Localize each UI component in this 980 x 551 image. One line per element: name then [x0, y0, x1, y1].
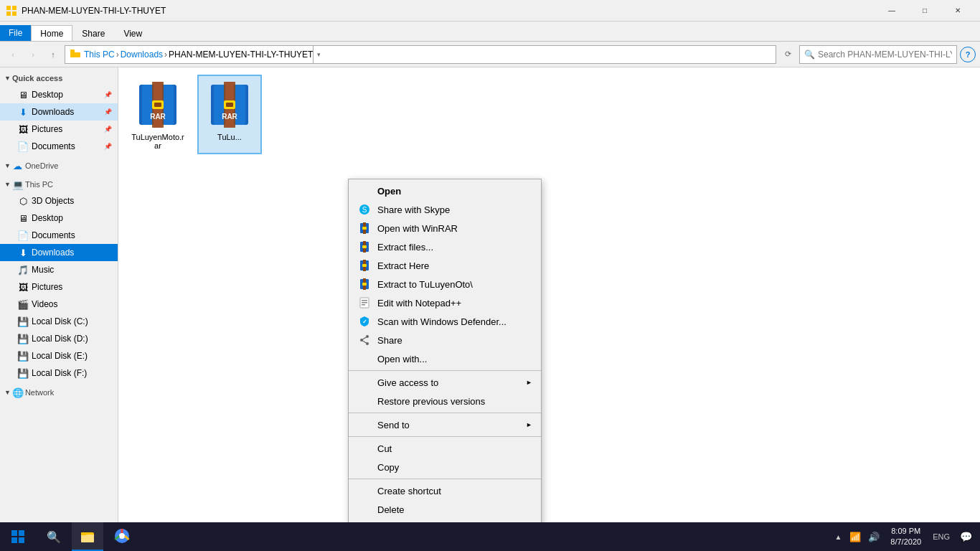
system-clock[interactable]: 8:09 PM 8/7/2020: [885, 526, 927, 548]
up-button[interactable]: ↑: [44, 46, 62, 63]
ctx-share-label: Share: [377, 335, 402, 346]
shortcut-icon: [357, 485, 372, 496]
sidebar-item-local-e[interactable]: 💾 Local Disk (E:): [0, 347, 118, 364]
close-button[interactable]: ✕: [941, 0, 974, 22]
path-dropdown-arrow[interactable]: ▾: [313, 45, 324, 64]
ctx-copy[interactable]: Copy: [349, 458, 541, 476]
context-menu: Open S Share with Skype Open with WinRAR: [348, 179, 542, 551]
ctx-extract-here[interactable]: Extract Here: [349, 256, 541, 275]
address-bar: ‹ › ↑ This PC › Downloads › PHAN-MEM-LUY…: [0, 42, 980, 67]
desktop-icon: 🖥: [17, 89, 29, 100]
ctx-cut[interactable]: Cut: [349, 439, 541, 458]
ctx-create-shortcut[interactable]: Create shortcut: [349, 481, 541, 500]
sidebar-item-documents-pc[interactable]: 📄 Documents: [0, 227, 118, 244]
ctx-open-with-label: Open with...: [377, 354, 427, 364]
downloads-icon: ⬇: [17, 106, 29, 118]
svg-rect-36: [362, 302, 367, 303]
ctx-restore-label: Restore previous versions: [377, 396, 485, 407]
openwith-icon: [357, 353, 372, 364]
expand-icon-od: ▼: [4, 162, 11, 169]
tab-view[interactable]: View: [114, 25, 151, 41]
sidebar-item-downloads-pc[interactable]: ⬇ Downloads: [0, 244, 118, 261]
svg-rect-37: [362, 304, 365, 306]
language-indicator[interactable]: ENG: [930, 532, 953, 541]
tab-file[interactable]: File: [0, 25, 31, 41]
ctx-arrow-give: ►: [526, 379, 532, 386]
onedrive-header[interactable]: ▼ ☁ OneDrive: [0, 158, 118, 174]
ctx-open-winrar[interactable]: Open with WinRAR: [349, 219, 541, 237]
forward-button[interactable]: ›: [24, 46, 42, 63]
clock-date: 8/7/2020: [890, 537, 921, 547]
refresh-button[interactable]: ⟳: [779, 46, 796, 63]
svg-rect-0: [6, 6, 11, 10]
sidebar-item-pictures[interactable]: 🖼 Pictures 📌: [0, 121, 118, 138]
ctx-scan-defender[interactable]: ✓ Scan with Windows Defender...: [349, 312, 541, 331]
path-sep-2: ›: [164, 50, 167, 60]
network-tray-icon[interactable]: 📶: [847, 532, 863, 542]
path-this-pc[interactable]: This PC: [84, 50, 115, 60]
expand-icon-net: ▼: [4, 389, 11, 396]
sidebar-item-videos[interactable]: 🎬 Videos: [0, 296, 118, 313]
system-tray-chevron[interactable]: ▲: [831, 533, 844, 541]
help-button[interactable]: ?: [960, 47, 976, 62]
ctx-give-access[interactable]: Give access to ►: [349, 373, 541, 392]
taskbar-app-chrome[interactable]: [106, 522, 138, 551]
ctx-open-with[interactable]: Open with...: [349, 349, 541, 368]
cut-icon: [357, 443, 372, 454]
sidebar-item-pictures-pc[interactable]: 🖼 Pictures: [0, 278, 118, 296]
ctx-arrow-send: ►: [526, 421, 532, 428]
back-button[interactable]: ‹: [4, 46, 22, 63]
svg-line-42: [362, 336, 367, 340]
file-item-1[interactable]: RAR TuLuyenMoto.rar: [126, 75, 190, 154]
sidebar-item-local-d[interactable]: 💾 Local Disk (D:): [0, 330, 118, 347]
sidebar-item-downloads[interactable]: ⬇ Downloads 📌: [0, 103, 118, 121]
ctx-open[interactable]: Open: [349, 182, 541, 200]
tab-share[interactable]: Share: [72, 25, 114, 41]
ctx-share-skype[interactable]: S Share with Skype: [349, 200, 541, 219]
clock-time: 8:09 PM: [890, 526, 921, 537]
ctx-share[interactable]: Share: [349, 331, 541, 349]
sidebar-item-local-f[interactable]: 💾 Local Disk (F:): [0, 364, 118, 382]
address-path[interactable]: This PC › Downloads › PHAN-MEM-LUYEN-THI…: [65, 45, 776, 64]
expand-icon-pc: ▼: [4, 181, 11, 188]
ctx-create-shortcut-label: Create shortcut: [377, 486, 441, 496]
ctx-extract-to[interactable]: Extract to TuLuyenOto\: [349, 275, 541, 293]
svg-point-58: [119, 533, 125, 539]
volume-tray-icon[interactable]: 🔊: [866, 532, 882, 542]
ctx-send-to[interactable]: Send to ►: [349, 415, 541, 434]
restore-icon: [357, 395, 372, 407]
desktop-pc-icon: 🖥: [17, 212, 29, 224]
search-input[interactable]: [818, 50, 952, 60]
minimize-button[interactable]: —: [875, 0, 908, 22]
this-pc-header[interactable]: ▼ 💻 This PC: [0, 176, 118, 192]
sidebar-item-local-c[interactable]: 💾 Local Disk (C:): [0, 313, 118, 330]
disk-f-icon: 💾: [17, 367, 29, 379]
maximize-button[interactable]: □: [908, 0, 941, 22]
ctx-edit-notepad-label: Edit with Notepad++: [377, 298, 461, 309]
file-item-2[interactable]: RAR TuLu...: [197, 75, 262, 154]
sidebar-item-3dobjects[interactable]: ⬡ 3D Objects: [0, 192, 118, 209]
taskbar-search-button[interactable]: 🔍: [36, 522, 72, 551]
winrar-icon-3: [357, 260, 372, 271]
taskbar-app-explorer[interactable]: [72, 522, 103, 551]
ctx-delete[interactable]: Delete: [349, 500, 541, 519]
tab-home[interactable]: Home: [31, 25, 72, 41]
sidebar-item-music[interactable]: 🎵 Music: [0, 261, 118, 278]
pictures-pc-icon: 🖼: [17, 281, 29, 293]
start-button[interactable]: [0, 522, 36, 551]
rar-icon-1: RAR: [135, 82, 181, 128]
ctx-edit-notepad[interactable]: Edit with Notepad++: [349, 293, 541, 312]
path-downloads[interactable]: Downloads: [121, 50, 163, 60]
sidebar-item-desktop-pc[interactable]: 🖥 Desktop: [0, 209, 118, 227]
quick-access-header[interactable]: ▼ Quick access: [0, 70, 118, 86]
sidebar-item-desktop[interactable]: 🖥 Desktop 📌: [0, 86, 118, 103]
disk-d-icon: 💾: [17, 333, 29, 344]
ctx-extract-files[interactable]: Extract files...: [349, 237, 541, 256]
svg-text:✓: ✓: [362, 319, 367, 325]
network-header[interactable]: ▼ 🌐 Network: [0, 385, 118, 400]
chrome-icon: [114, 528, 130, 544]
winrar-icon-1: [357, 222, 372, 234]
notification-button[interactable]: 💬: [956, 522, 976, 551]
sidebar-item-documents[interactable]: 📄 Documents 📌: [0, 138, 118, 155]
ctx-restore-versions[interactable]: Restore previous versions: [349, 392, 541, 410]
